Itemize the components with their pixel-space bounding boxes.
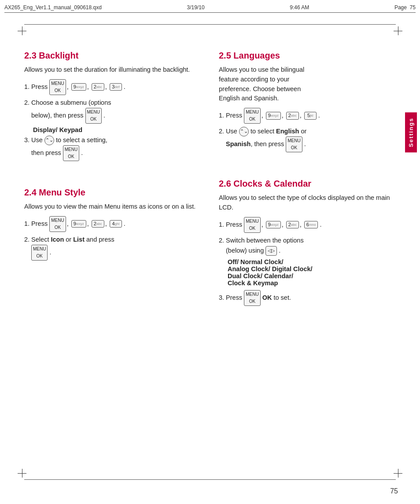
backlight-step1: 1. Press MENUOK, 9wxyz, 2abc, 3def . xyxy=(24,79,201,95)
languages-step2: 2. Use ⌃⌄ to select English or Spanish, … xyxy=(219,126,396,152)
btn-2abc-4[interactable]: 2abc xyxy=(286,221,299,228)
clocks-step2: 2. Switch between the options (below) us… xyxy=(219,235,396,256)
btn-4ghi-1[interactable]: 4ghi xyxy=(110,220,122,228)
menu-style-description: Allows you to view the main Menu items a… xyxy=(24,202,201,212)
header-time: 9:46 AM xyxy=(290,4,309,11)
btn-2abc-1[interactable]: 2abc xyxy=(92,83,104,91)
right-column: 2.5 Languages Allows you to use the bili… xyxy=(214,24,396,480)
header-page: Page 75 xyxy=(394,4,416,11)
clocks-options-heading: Off/ Normal Clock/Analog Clock/ Digital … xyxy=(228,258,396,287)
backlight-step3: 3. Use ⌃⌄ to select a setting, then pres… xyxy=(24,135,201,161)
section-backlight: 2.3 Backlight Allows you to set the dura… xyxy=(24,51,201,161)
btn-9wxyz-3[interactable]: 9wxyz xyxy=(266,112,281,119)
clocks-step3: 3. Press MENUOK OK to set. xyxy=(219,290,396,306)
backlight-description: Allows you to set the duration for illum… xyxy=(24,65,201,75)
btn-menu-ok-2[interactable]: MENUOK xyxy=(85,108,102,124)
header-bar: AX265_Eng_Ver1.1_manual_090618.qxd 3/19/… xyxy=(4,4,416,13)
nav-icon-1[interactable]: ⌃⌄ xyxy=(44,136,54,145)
backlight-title: 2.3 Backlight xyxy=(24,51,201,61)
languages-step1: 1. Press MENUOK, 9wxyz, 2abc, 5jkl . xyxy=(219,108,396,124)
clocks-calendar-title: 2.6 Clocks & Calendar xyxy=(219,179,396,189)
btn-2abc-3[interactable]: 2abc xyxy=(286,112,299,119)
btn-3def-1[interactable]: 3def xyxy=(110,83,122,91)
menu-style-step2: 2. Select Icon or List and press MENUOK … xyxy=(24,235,201,261)
btn-9wxyz-4[interactable]: 9wxyz xyxy=(266,221,281,228)
settings-tab: Settings xyxy=(405,112,417,152)
backlight-steps: 1. Press MENUOK, 9wxyz, 2abc, 3def . 2. … xyxy=(24,79,201,161)
btn-9wxyz-1[interactable]: 9wxyz xyxy=(71,83,86,91)
left-column: 2.3 Backlight Allows you to set the dura… xyxy=(24,24,214,480)
nav-icon-2[interactable]: ⌃⌄ xyxy=(239,127,249,136)
btn-6mno-1[interactable]: 6mno xyxy=(304,221,318,228)
btn-5jkl-1[interactable]: 5jkl xyxy=(304,112,317,119)
languages-description: Allows you to use the bilingualfeature a… xyxy=(219,65,396,103)
backlight-step2: 2. Choose a submenu (options below), the… xyxy=(24,98,201,124)
backlight-sub-heading: Display/ Keypad xyxy=(33,126,201,133)
header-filename: AX265_Eng_Ver1.1_manual_090618.qxd xyxy=(4,4,102,11)
clocks-step1: 1. Press MENUOK, 9wxyz, 2abc, 6mno . xyxy=(219,217,396,233)
section-menu-style: 2.4 Menu Style Allows you to view the ma… xyxy=(24,188,201,261)
btn-menu-ok-9[interactable]: MENUOK xyxy=(244,290,260,306)
clocks-calendar-description: Allows you to select the type of clocks … xyxy=(219,193,396,213)
languages-steps: 1. Press MENUOK, 9wxyz, 2abc, 5jkl . 2. … xyxy=(219,108,396,152)
btn-9wxyz-2[interactable]: 9wxyz xyxy=(71,220,86,228)
nav-icon-3[interactable]: ◁▷ xyxy=(265,246,277,256)
menu-style-steps: 1. Press MENUOK, 9wxyz, 2abc, 4ghi . 2. … xyxy=(24,216,201,261)
btn-menu-ok-4[interactable]: MENUOK xyxy=(49,216,66,232)
menu-style-title: 2.4 Menu Style xyxy=(24,188,201,198)
btn-menu-ok-3[interactable]: MENUOK xyxy=(63,145,79,161)
btn-menu-ok-7[interactable]: MENUOK xyxy=(286,136,302,152)
section-languages: 2.5 Languages Allows you to use the bili… xyxy=(219,51,396,152)
header-date: 3/19/10 xyxy=(187,4,205,11)
btn-2abc-2[interactable]: 2abc xyxy=(92,220,104,228)
clocks-calendar-steps: 1. Press MENUOK, 9wxyz, 2abc, 6mno . 2. … xyxy=(219,217,396,306)
page-number: 75 xyxy=(390,487,398,495)
languages-title: 2.5 Languages xyxy=(219,51,396,61)
btn-menu-ok-5[interactable]: MENUOK xyxy=(31,245,48,261)
menu-style-step1: 1. Press MENUOK, 9wxyz, 2abc, 4ghi . xyxy=(24,216,201,232)
section-clocks-calendar: 2.6 Clocks & Calendar Allows you to sele… xyxy=(219,179,396,306)
btn-menu-ok-8[interactable]: MENUOK xyxy=(244,217,260,233)
btn-menu-ok-6[interactable]: MENUOK xyxy=(244,108,260,124)
main-content: 2.3 Backlight Allows you to set the dura… xyxy=(24,24,396,480)
btn-menu-ok-1[interactable]: MENUOK xyxy=(49,79,66,95)
